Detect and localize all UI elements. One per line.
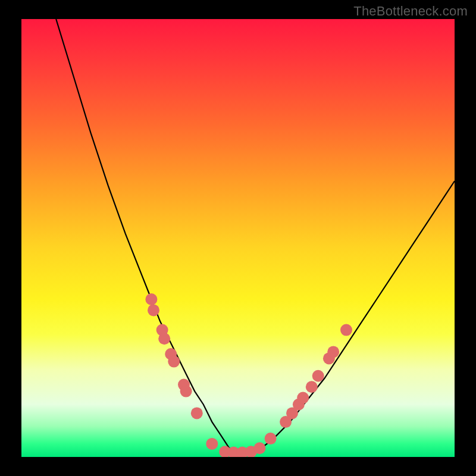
chart-marker [158, 333, 170, 345]
chart-marker [145, 293, 157, 305]
chart-marker [312, 370, 324, 382]
chart-marker [191, 407, 203, 419]
chart-marker [297, 392, 309, 404]
chart-markers [145, 293, 352, 457]
watermark-text: TheBottleneck.com [353, 4, 468, 19]
chart-marker [327, 346, 339, 358]
chart-marker [265, 433, 277, 444]
chart-marker [253, 442, 265, 454]
chart-marker [168, 356, 180, 368]
chart-marker [306, 381, 318, 393]
chart-frame: TheBottleneck.com [0, 0, 476, 476]
chart-marker [340, 324, 352, 336]
chart-marker [148, 304, 159, 316]
chart-plot-area [21, 19, 455, 457]
chart-curve [56, 19, 455, 453]
chart-marker [206, 438, 218, 450]
chart-marker [180, 386, 192, 397]
chart-svg [21, 19, 455, 457]
